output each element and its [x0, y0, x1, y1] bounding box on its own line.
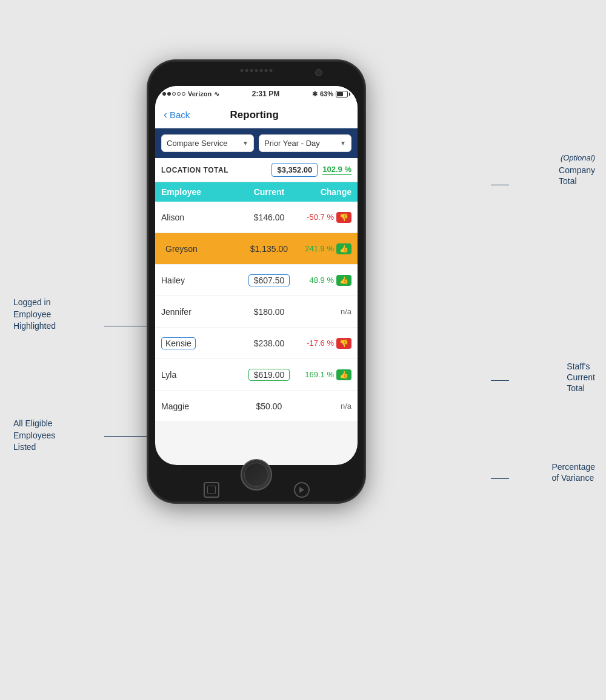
current-amount: $1,135.00 — [250, 244, 288, 254]
prior-year-chevron-icon: ▼ — [340, 140, 346, 147]
table-row[interactable]: Alison $146.00 -50.7 % 👎 — [155, 202, 358, 233]
employee-name-box: Kensie — [161, 337, 196, 349]
current-amount: $238.00 — [254, 338, 285, 348]
wifi-icon: ∿ — [214, 90, 219, 98]
annotation-percentage: Percentageof Variance — [551, 461, 595, 483]
time-display: 2:31 PM — [252, 90, 279, 98]
employee-name: Hailey — [161, 276, 185, 285]
change-value: -50.7 % — [307, 213, 334, 222]
row-change-cell: n/a — [301, 401, 351, 411]
employee-name: Lyla — [161, 370, 176, 380]
back-label: Back — [170, 110, 190, 120]
employee-name: Alison — [161, 213, 184, 222]
row-change-cell: -50.7 % 👎 — [301, 212, 351, 223]
change-value: 48.9 % — [310, 276, 334, 285]
location-total-row: LOCATION TOTAL $3,352.00 102.9 % — [155, 158, 358, 182]
change-value: n/a — [341, 401, 351, 411]
row-employee-cell: Hailey — [161, 276, 238, 285]
location-total-amount: $3,352.00 — [271, 163, 318, 177]
annotation-company-total: CompanyTotal — [559, 165, 595, 187]
change-value: 169.1 % — [305, 370, 334, 379]
carrier-label: Verizon — [188, 90, 211, 97]
prior-year-label: Prior Year - Day — [264, 139, 340, 148]
current-amount: $50.00 — [256, 401, 282, 411]
row-change-cell: 48.9 % 👍 — [301, 275, 351, 286]
annotation-logged-in: Logged inEmployeeHighlighted — [13, 297, 56, 332]
row-change-cell: 169.1 % 👍 — [301, 369, 351, 380]
battery-percent: 63% — [320, 90, 333, 97]
current-amount: $146.00 — [254, 213, 285, 222]
row-employee-cell: Alison — [161, 213, 238, 222]
bluetooth-icon: ✱ — [312, 90, 318, 98]
header-employee: Employee — [161, 187, 238, 197]
table-header: Employee Current Change — [155, 182, 358, 202]
row-current-cell: $1,135.00 — [238, 244, 301, 254]
row-employee-cell: Maggie — [161, 401, 238, 411]
compare-service-chevron-icon: ▼ — [242, 140, 248, 147]
phone-shell: Verizon ∿ 2:31 PM ✱ 63% ‹ Back — [148, 61, 365, 503]
annotation-eligible: All EligibleEmployeesListed — [13, 418, 55, 454]
thumbs-up-icon: 👍 — [336, 275, 351, 286]
current-amount-box: $619.00 — [248, 369, 290, 381]
row-change-cell: 241.9 % 👍 — [301, 243, 351, 254]
row-change-cell: -17.6 % 👎 — [301, 338, 351, 349]
row-current-cell: $146.00 — [238, 213, 301, 222]
thumbs-up-icon: 👍 — [336, 243, 351, 254]
row-current-cell: $607.50 — [238, 274, 301, 286]
back-button[interactable]: ‹ Back — [164, 108, 190, 121]
row-change-cell: n/a — [301, 307, 351, 316]
annotation-staff-current: Staff'sCurrentTotal — [567, 361, 595, 394]
employee-name: Maggie — [161, 401, 189, 411]
back-chevron-icon: ‹ — [164, 108, 167, 121]
row-employee-cell: Kensie — [161, 337, 238, 349]
row-employee-cell: Greyson — [161, 243, 238, 255]
header-current: Current — [238, 187, 301, 197]
screen: Verizon ∿ 2:31 PM ✱ 63% ‹ Back — [155, 86, 358, 465]
nav-bar: ‹ Back Reporting — [155, 102, 358, 128]
row-current-cell: $180.00 — [238, 307, 301, 317]
row-employee-cell: Jennifer — [161, 307, 238, 317]
table-row[interactable]: Maggie $50.00 n/a — [155, 391, 358, 422]
status-left: Verizon ∿ — [162, 90, 219, 98]
current-amount-box: $607.50 — [248, 274, 290, 286]
table-row[interactable]: Kensie $238.00 -17.6 % 👎 — [155, 328, 358, 359]
table-body: Alison $146.00 -50.7 % 👎 Greyson $1,135.… — [155, 202, 358, 465]
thumbs-down-icon: 👎 — [336, 212, 351, 223]
thumbs-down-icon: 👎 — [336, 338, 351, 349]
table-row[interactable]: Hailey $607.50 48.9 % 👍 — [155, 265, 358, 296]
signal-dots — [162, 92, 185, 96]
table-row[interactable]: Jennifer $180.00 n/a — [155, 296, 358, 328]
filter-row: Compare Service ▼ Prior Year - Day ▼ — [155, 128, 358, 158]
status-bar: Verizon ∿ 2:31 PM ✱ 63% — [155, 86, 358, 102]
table-row[interactable]: Greyson $1,135.00 241.9 % 👍 — [155, 233, 358, 265]
current-amount: $180.00 — [254, 307, 285, 317]
thumbs-up-icon: 👍 — [336, 369, 351, 380]
home-button[interactable] — [241, 459, 272, 490]
location-total-percent: 102.9 % — [322, 165, 351, 175]
header-change: Change — [301, 187, 351, 197]
change-value: n/a — [341, 307, 351, 316]
scene: Logged inEmployeeHighlighted All Eligibl… — [0, 0, 606, 700]
employee-name: Jennifer — [161, 307, 191, 317]
row-employee-cell: Lyla — [161, 370, 238, 380]
prior-year-select[interactable]: Prior Year - Day ▼ — [259, 134, 351, 152]
status-right: ✱ 63% — [312, 90, 350, 98]
annotation-optional: (Optional) — [561, 153, 595, 163]
change-value: -17.6 % — [307, 338, 334, 348]
employee-name-box: Greyson — [161, 243, 202, 255]
compare-service-label: Compare Service — [167, 139, 242, 148]
page-title: Reporting — [190, 109, 319, 121]
change-value: 241.9 % — [305, 244, 334, 253]
location-total-label: LOCATION TOTAL — [161, 166, 271, 174]
battery-icon — [336, 91, 350, 97]
table-row[interactable]: Lyla $619.00 169.1 % 👍 — [155, 359, 358, 391]
compare-service-select[interactable]: Compare Service ▼ — [161, 134, 254, 152]
row-current-cell: $619.00 — [238, 369, 301, 381]
row-current-cell: $238.00 — [238, 338, 301, 348]
row-current-cell: $50.00 — [238, 401, 301, 411]
